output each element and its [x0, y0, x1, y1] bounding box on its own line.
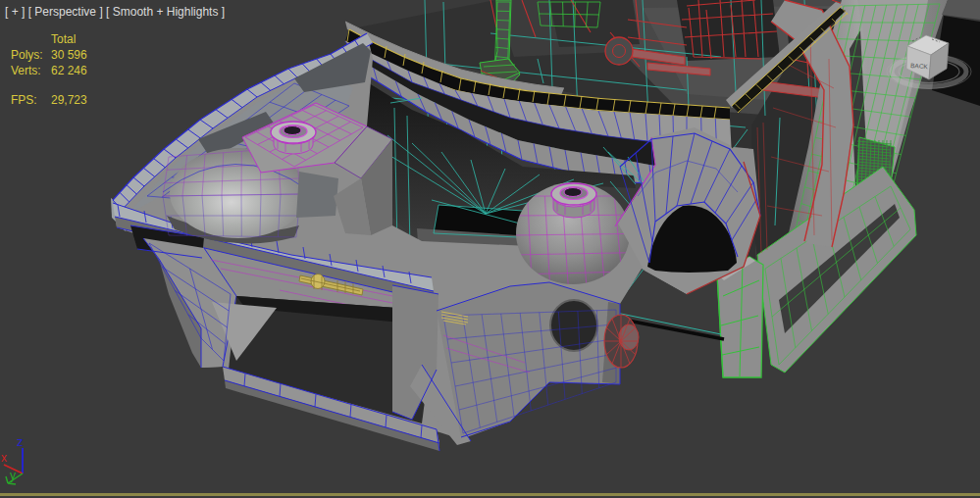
- svg-text:30 596: 30 596: [51, 48, 87, 62]
- svg-text:z: z: [17, 434, 24, 449]
- svg-text:FPS:: FPS:: [11, 93, 37, 107]
- svg-text:BACK: BACK: [910, 62, 929, 70]
- svg-text:62 246: 62 246: [51, 64, 87, 77]
- svg-text:Polys:: Polys:: [11, 48, 43, 62]
- svg-text:29,723: 29,723: [51, 93, 87, 107]
- svg-text:x: x: [1, 451, 7, 465]
- svg-text:Total: Total: [51, 32, 76, 46]
- svg-text:y: y: [10, 469, 16, 482]
- svg-text:[ + ] [ Perspective ] [ Smooth: [ + ] [ Perspective ] [ Smooth + Highlig…: [5, 5, 225, 19]
- svg-text:Verts:: Verts:: [11, 64, 41, 77]
